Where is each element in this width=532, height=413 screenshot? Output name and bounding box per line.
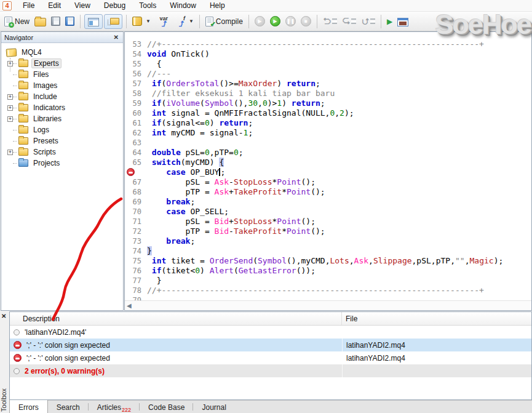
code-line[interactable]: 61 if(signal<=0) return; [125,118,531,128]
code-line-text [147,138,531,148]
add-variable-button[interactable]: var⭜ [153,14,170,29]
code-line[interactable]: 75 int tiket = OrderSend(Symbol(),myCMD,… [125,256,531,266]
code-line[interactable]: 56//--- [125,69,531,79]
pause-debug-button[interactable]: ❚❚ [283,14,298,28]
blue-folder-icon [18,159,28,167]
code-line[interactable]: 79 [125,295,531,300]
folder-icon [18,126,28,134]
expand-plus-icon[interactable]: + [7,116,13,122]
code-line[interactable]: 71 pSL = Bid+StopLoss*Point(); [125,217,531,227]
code-area[interactable]: 53//+-----------------------------------… [125,32,531,300]
open-button[interactable] [32,14,49,28]
code-line[interactable]: 53//+-----------------------------------… [125,39,531,49]
code-line[interactable]: 59 if(iVolume(Symbol(),30,0)>1) return; [125,98,531,108]
line-number: 54 [125,49,147,59]
tab-search[interactable]: Search [48,401,89,413]
toolbox-close-icon[interactable]: ✕ [1,313,6,319]
add-function-button[interactable]: f⭜ ▼ [170,14,196,29]
code-line[interactable]: case OP_BUY; [125,167,531,177]
error-row[interactable]: ';' - ':' colon sign expectedlatihanYADI… [10,339,531,351]
reference-button[interactable]: ▼ [130,15,153,28]
expand-plus-icon[interactable]: + [7,150,13,155]
menu-file[interactable]: File [16,0,41,12]
code-line[interactable]: 76 if(tiket<0) Alert(GetLastError()); [125,266,531,276]
tree-item-projects[interactable]: Projects [1,158,123,169]
launch-terminal-button[interactable]: ▶ [384,15,395,28]
tree-item-libraries[interactable]: +Libraries [1,113,123,124]
code-line[interactable]: 60 int signal = QnMFIFractalSignal(NULL,… [125,108,531,118]
expand-plus-icon[interactable]: + [7,61,13,66]
tree-item-include[interactable]: +Include [1,91,123,102]
expand-plus-icon[interactable]: + [7,105,13,111]
code-line[interactable]: 72 pTP = Bid-TakeProfit*Point(); [125,227,531,236]
code-line[interactable]: 65 switch(myCMD) { [125,158,531,167]
code-editor[interactable]: 53//+-----------------------------------… [124,31,532,311]
tab-journal[interactable]: Journal [193,401,234,413]
restart-debug-button[interactable]: ▶ [252,14,268,28]
toolbar-separator [126,15,127,28]
code-line[interactable]: 74} [125,246,531,256]
add-variable-icon: var⭜ [156,16,168,27]
line-number: 77 [125,276,147,286]
error-row[interactable]: 2 error(s), 0 warning(s) [10,364,531,377]
tree-item-logs[interactable]: Logs [1,124,123,135]
code-line[interactable]: 69 break; [125,197,531,207]
start-debug-button[interactable]: ▶ [268,14,283,28]
menu-view[interactable]: View [68,0,97,12]
code-line[interactable]: 64 double pSL=0,pTP=0; [125,148,531,158]
new-file-icon: + [4,17,12,26]
step-into-button[interactable]: ⮌ [320,15,339,28]
column-header-description[interactable]: Description [10,312,342,325]
tree-item-files[interactable]: Files [1,69,123,80]
metaquotes-window-button[interactable] [395,15,411,28]
code-line[interactable]: 62 int myCMD = signal-1; [125,128,531,138]
tab-articles[interactable]: Articles222 [89,401,140,413]
navigator-close-icon[interactable]: ✕ [113,34,120,41]
expand-plus-icon[interactable]: + [7,94,13,100]
step-out-button[interactable]: ⮍ [359,15,378,28]
tab-errors[interactable]: Errors [9,400,48,413]
menu-edit[interactable]: Edit [41,0,68,12]
tree-item-scripts[interactable]: +Scripts [1,146,123,158]
menu-help[interactable]: Help [203,0,232,12]
compile-button[interactable]: ✔ Compile [203,15,245,28]
code-line[interactable]: 78//+-----------------------------------… [125,286,531,295]
tree-item-presets[interactable]: Presets [1,135,123,146]
toggle-navigator-button[interactable] [84,14,103,29]
tab-code-base[interactable]: Code Base [140,401,193,413]
menu-tools[interactable]: Tools [132,0,163,12]
menu-window[interactable]: Window [163,0,203,12]
code-line[interactable]: 70 case OP_SELL; [125,207,531,217]
code-line[interactable]: 58 //filter eksekusi 1 kali tiap bar bar… [125,89,531,98]
code-line[interactable]: 57 if(OrdersTotal()>=MaxOrder) return; [125,79,531,89]
step-over-button[interactable]: ⮎ [339,15,359,28]
tree-item-indicators[interactable]: +Indicators [1,102,123,113]
code-line[interactable]: 54void OnTick() [125,49,531,59]
scroll-left-arrow-icon[interactable]: ◀ [125,302,132,309]
editor-horizontal-scrollbar[interactable]: ◀ [125,300,531,310]
column-header-file[interactable]: File [342,315,531,323]
tree-item-mql4[interactable]: MQL4 [1,47,123,58]
new-button[interactable]: + New [2,15,32,28]
save-all-button[interactable] [63,15,77,28]
code-line[interactable]: 73 break; [125,236,531,246]
code-line[interactable]: 55 { [125,59,531,69]
error-row[interactable]: 'latihanYADI2.mq4' [10,326,531,339]
save-button[interactable] [49,15,63,28]
stop-debug-button[interactable]: ■ [298,14,314,28]
menu-debug[interactable]: Debug [97,0,132,12]
code-line[interactable]: 67 pSL = Ask-StopLoss*Point(); [125,177,531,187]
toolbar-separator [80,15,81,28]
code-line[interactable]: 68 pTP = Ask+TakeProfit*Point(); [125,187,531,197]
tree-item-experts[interactable]: +Experts [1,58,123,69]
tree-item-label: Experts [31,58,62,68]
line-number: 69 [125,197,147,207]
code-line[interactable]: 77 } [125,276,531,286]
code-line[interactable]: 63 [125,138,531,148]
code-line-text: int signal = QnMFIFractalSignal(NULL,0,2… [147,108,531,118]
tree-item-images[interactable]: Images [1,80,123,91]
toggle-toolbox-button[interactable] [104,14,122,29]
code-line-text: //--- [147,69,531,79]
error-row[interactable]: ';' - ':' colon sign expectedlatihanYADI… [10,351,531,364]
step-lines-glyph [351,18,356,24]
